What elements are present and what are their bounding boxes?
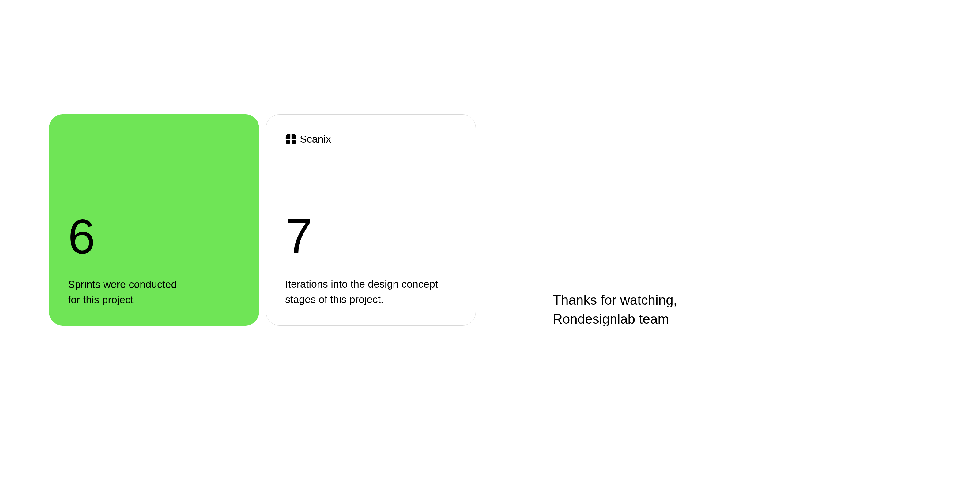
scanix-icon <box>285 133 297 145</box>
stat-description: Iterations into the design conceptstages… <box>285 276 450 307</box>
stat-card-iterations: Scanix 7 Iterations into the design conc… <box>266 114 476 325</box>
stat-number: 7 <box>285 212 457 261</box>
stat-card-sprints: 6 Sprints were conductedfor this project <box>49 114 259 325</box>
svg-point-1 <box>291 140 296 144</box>
scanix-logo: Scanix <box>285 133 457 145</box>
cards-container: 6 Sprints were conductedfor this project… <box>49 114 476 325</box>
cards-row: 6 Sprints were conductedfor this project… <box>49 114 476 325</box>
thanks-message: Thanks for watching,Rondesignlab team <box>553 290 677 328</box>
svg-point-0 <box>286 140 290 144</box>
scanix-brand-text: Scanix <box>300 133 331 145</box>
stat-description: Sprints were conductedfor this project <box>68 277 233 307</box>
stat-number: 6 <box>68 212 240 261</box>
